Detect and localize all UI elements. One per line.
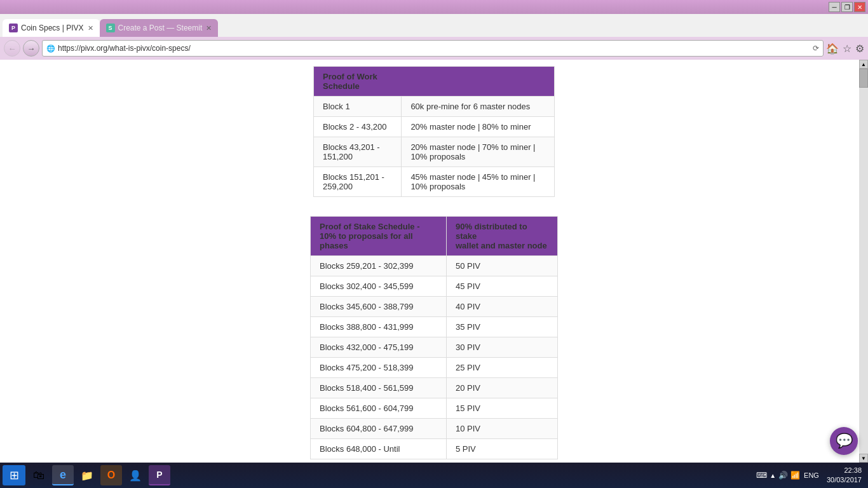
start-button[interactable]: ⊞ bbox=[3, 465, 25, 485]
pos-reward-6: 25 PIV bbox=[446, 358, 557, 378]
pow-table: Proof of WorkSchedule Block 1 60k pre-mi… bbox=[313, 66, 555, 197]
pos-reward-5: 30 PIV bbox=[446, 337, 557, 358]
pos-block-6: Blocks 475,200 - 518,399 bbox=[311, 358, 447, 378]
pos-header-row: Proof of Stake Schedule -10% to proposal… bbox=[311, 217, 558, 256]
taskbar-ie[interactable]: e bbox=[52, 465, 74, 485]
keyboard-icon: ⌨ bbox=[756, 471, 767, 480]
pos-row-6: Blocks 475,200 - 518,399 25 PIV bbox=[311, 358, 558, 378]
tab-bar: P Coin Specs | PIVX ✕ S Create a Post — … bbox=[0, 14, 868, 37]
taskbar-office[interactable]: O bbox=[100, 465, 122, 485]
pow-header: Proof of WorkSchedule bbox=[314, 67, 555, 97]
pos-row-4: Blocks 388,800 - 431,999 35 PIV bbox=[311, 317, 558, 337]
language-indicator: ENG bbox=[804, 471, 819, 479]
pos-block-2: Blocks 302,400 - 345,599 bbox=[311, 276, 447, 297]
nav-bar: ← → 🌐 https://pivx.org/what-is-pivx/coin… bbox=[0, 37, 868, 60]
tab-label-2: Create a Post — Steemit bbox=[118, 24, 203, 32]
page-content: Proof of WorkSchedule Block 1 60k pre-mi… bbox=[0, 60, 868, 463]
taskbar-store[interactable]: 🛍 bbox=[28, 465, 50, 485]
tab-close-1[interactable]: ✕ bbox=[88, 24, 93, 32]
minimize-button[interactable]: ─ bbox=[829, 2, 840, 12]
pow-header-row: Proof of WorkSchedule bbox=[314, 67, 555, 97]
star-icon[interactable]: ☆ bbox=[843, 43, 851, 55]
tab-favicon-2: S bbox=[106, 24, 115, 32]
pos-block-7: Blocks 518,400 - 561,599 bbox=[311, 378, 447, 398]
pos-row-5: Blocks 432,000 - 475,199 30 PIV bbox=[311, 337, 558, 358]
chat-button[interactable]: 💬 bbox=[830, 427, 858, 455]
tab-label-1: Coin Specs | PIVX bbox=[21, 24, 84, 32]
pow-block-4: Blocks 151,201 -259,200 bbox=[314, 167, 402, 197]
settings-icon[interactable]: ⚙ bbox=[855, 43, 864, 55]
forward-button[interactable]: → bbox=[23, 40, 39, 57]
system-icons: ⌨ ▲ 🔊 📶 bbox=[756, 471, 800, 480]
pos-reward-8: 15 PIV bbox=[446, 398, 557, 419]
pow-block-1: Block 1 bbox=[314, 97, 402, 117]
taskbar-user[interactable]: 👤 bbox=[125, 465, 146, 485]
pos-block-8: Blocks 561,600 - 604,799 bbox=[311, 398, 447, 419]
pow-row-4: Blocks 151,201 -259,200 45% master node … bbox=[314, 167, 555, 197]
pow-header-text: Proof of WorkSchedule bbox=[323, 72, 377, 91]
refresh-icon[interactable]: ⟳ bbox=[813, 44, 819, 53]
tab-favicon-1: P bbox=[9, 24, 18, 32]
pos-row-1: Blocks 259,201 - 302,399 50 PIV bbox=[311, 256, 558, 276]
url-text: https://pivx.org/what-is-pivx/coin-specs… bbox=[58, 44, 810, 53]
pos-reward-3: 40 PIV bbox=[446, 297, 557, 317]
taskbar-pivx[interactable]: P bbox=[149, 465, 170, 485]
pos-reward-7: 20 PIV bbox=[446, 378, 557, 398]
pos-table: Proof of Stake Schedule -10% to proposal… bbox=[310, 216, 558, 459]
scroll-thumb[interactable] bbox=[859, 69, 868, 88]
nav-icons: 🏠 ☆ ⚙ bbox=[826, 43, 864, 55]
content-area: Proof of WorkSchedule Block 1 60k pre-mi… bbox=[212, 60, 656, 463]
pos-header-col2: 90% distributed to stakewallet and maste… bbox=[446, 217, 557, 256]
lock-icon: 🌐 bbox=[46, 44, 55, 53]
pow-reward-1: 60k pre-mine for 6 master nodes bbox=[402, 97, 555, 117]
pos-row-3: Blocks 345,600 - 388,799 40 PIV bbox=[311, 297, 558, 317]
tab-close-2[interactable]: ✕ bbox=[206, 24, 212, 32]
pow-reward-4: 45% master node | 45% to miner |10% prop… bbox=[402, 167, 555, 197]
tab-steemit[interactable]: S Create a Post — Steemit ✕ bbox=[100, 19, 219, 37]
pos-row-9: Blocks 604,800 - 647,999 10 PIV bbox=[311, 419, 558, 439]
pow-row-2: Blocks 2 - 43,200 20% master node | 80% … bbox=[314, 117, 555, 137]
restore-button[interactable]: ❐ bbox=[841, 2, 853, 12]
pow-row-3: Blocks 43,201 -151,200 20% master node |… bbox=[314, 137, 555, 167]
clock-date: 30/03/2017 bbox=[827, 475, 862, 485]
speaker-icon: 🔊 bbox=[778, 471, 788, 480]
pos-row-10: Blocks 648,000 - Until 5 PIV bbox=[311, 439, 558, 459]
clock-time: 22:38 bbox=[827, 466, 862, 475]
tab-coin-specs[interactable]: P Coin Specs | PIVX ✕ bbox=[3, 19, 100, 37]
pos-block-3: Blocks 345,600 - 388,799 bbox=[311, 297, 447, 317]
pos-block-5: Blocks 432,000 - 475,199 bbox=[311, 337, 447, 358]
close-button[interactable]: ✕ bbox=[854, 2, 865, 12]
title-bar: ─ ❐ ✕ bbox=[0, 0, 868, 14]
pos-reward-9: 10 PIV bbox=[446, 419, 557, 439]
taskbar-explorer[interactable]: 📁 bbox=[76, 465, 98, 485]
back-button[interactable]: ← bbox=[4, 40, 20, 57]
pos-row-2: Blocks 302,400 - 345,599 45 PIV bbox=[311, 276, 558, 297]
pos-block-1: Blocks 259,201 - 302,399 bbox=[311, 256, 447, 276]
taskbar: ⊞ 🛍 e 📁 O 👤 P ⌨ ▲ 🔊 📶 ENG 22:38 30/03/20… bbox=[0, 463, 868, 488]
pos-row-8: Blocks 561,600 - 604,799 15 PIV bbox=[311, 398, 558, 419]
pow-block-3: Blocks 43,201 -151,200 bbox=[314, 137, 402, 167]
pos-block-9: Blocks 604,800 - 647,999 bbox=[311, 419, 447, 439]
pow-reward-2: 20% master node | 80% to miner bbox=[402, 117, 555, 137]
up-arrow-icon: ▲ bbox=[770, 472, 776, 479]
pos-block-4: Blocks 388,800 - 431,999 bbox=[311, 317, 447, 337]
pow-reward-3: 20% master node | 70% to miner |10% prop… bbox=[402, 137, 555, 167]
home-icon[interactable]: 🏠 bbox=[826, 43, 839, 55]
network-icon: 📶 bbox=[790, 471, 800, 480]
pos-reward-2: 45 PIV bbox=[446, 276, 557, 297]
pos-reward-4: 35 PIV bbox=[446, 317, 557, 337]
pos-header-col1: Proof of Stake Schedule -10% to proposal… bbox=[311, 217, 447, 256]
address-bar[interactable]: 🌐 https://pivx.org/what-is-pivx/coin-spe… bbox=[42, 40, 824, 57]
pos-reward-10: 5 PIV bbox=[446, 439, 557, 459]
scrollbar[interactable]: ▲ ▼ bbox=[859, 60, 868, 463]
pos-reward-1: 50 PIV bbox=[446, 256, 557, 276]
taskbar-right: ⌨ ▲ 🔊 📶 ENG 22:38 30/03/2017 bbox=[756, 466, 865, 485]
pos-row-7: Blocks 518,400 - 561,599 20 PIV bbox=[311, 378, 558, 398]
pow-block-2: Blocks 2 - 43,200 bbox=[314, 117, 402, 137]
scroll-down[interactable]: ▼ bbox=[859, 454, 868, 463]
scroll-up[interactable]: ▲ bbox=[859, 60, 868, 69]
taskbar-clock: 22:38 30/03/2017 bbox=[823, 466, 865, 485]
pow-row-1: Block 1 60k pre-mine for 6 master nodes bbox=[314, 97, 555, 117]
pos-block-10: Blocks 648,000 - Until bbox=[311, 439, 447, 459]
